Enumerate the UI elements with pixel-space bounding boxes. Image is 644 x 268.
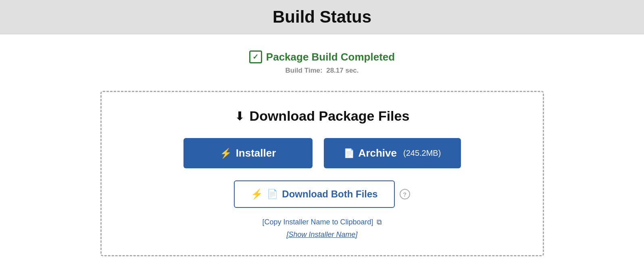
build-completed-text: Package Build Completed [266,51,395,63]
copy-installer-link[interactable]: [Copy Installer Name to Clipboard] [262,218,373,226]
check-icon: ✓ [249,50,262,63]
main-content: ✓ Package Build Completed Build Time: 28… [0,34,644,268]
installer-button[interactable]: ⚡ Installer [183,138,313,168]
help-icon[interactable]: ? [400,189,410,199]
archive-file-icon: 📄 [344,148,354,159]
download-both-button[interactable]: ⚡ 📄 Download Both Files [234,180,394,208]
archive-label: Archive [358,147,397,159]
build-completed-row: ✓ Package Build Completed [249,50,395,63]
both-lightning-icon: ⚡ [251,188,263,200]
download-both-row: ⚡ 📄 Download Both Files ? [234,180,410,208]
archive-size: (245.2MB) [403,149,441,158]
copy-installer-row: [Copy Installer Name to Clipboard] ⧉ [262,218,381,226]
download-buttons-row: ⚡ Installer 📄 Archive (245.2MB) [183,138,461,168]
clipboard-icon[interactable]: ⧉ [377,218,382,226]
page-header: Build Status [0,0,644,34]
installer-label: Installer [236,147,276,159]
show-installer-link[interactable]: [Show Installer Name] [286,230,357,239]
build-time-label: Build Time: [285,67,322,74]
archive-button[interactable]: 📄 Archive (245.2MB) [324,138,461,168]
build-time-value: 28.17 sec. [326,67,358,74]
download-section-title: Download Package Files [250,108,410,124]
download-both-label: Download Both Files [282,188,377,200]
lightning-icon: ⚡ [220,148,232,159]
both-file-icon: 📄 [267,189,278,199]
page-title: Build Status [0,7,644,27]
build-status-section: ✓ Package Build Completed Build Time: 28… [249,50,395,75]
download-section: ⬇ Download Package Files ⚡ Installer 📄 A… [100,91,544,256]
download-tray-icon: ⬇ [235,109,245,123]
download-header: ⬇ Download Package Files [235,108,410,124]
build-time: Build Time: 28.17 sec. [285,67,358,75]
